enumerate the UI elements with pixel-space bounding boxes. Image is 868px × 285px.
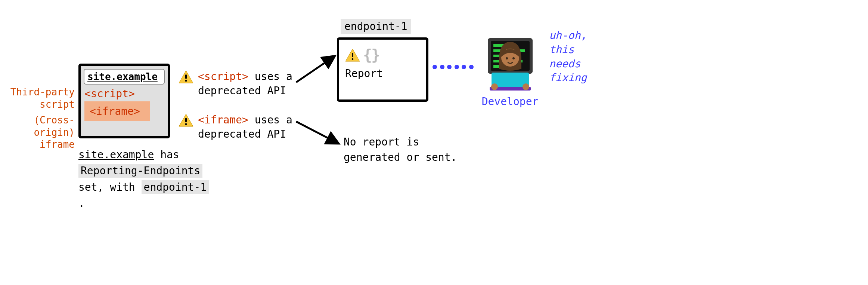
quote-line: fixing xyxy=(549,71,587,84)
endpoint-inner: {} xyxy=(345,46,420,64)
site-caption: site.example has Reporting-Endpoints set… xyxy=(78,147,220,212)
svg-point-22 xyxy=(512,57,515,59)
endpoint-label: endpoint-1 xyxy=(341,19,411,34)
svg-rect-1 xyxy=(185,74,187,79)
site-browser-window: site.example <script> <iframe> xyxy=(78,64,170,138)
svg-point-2 xyxy=(185,80,187,82)
svg-line-9 xyxy=(296,122,337,143)
script-deprecation-warning: <script> uses a deprecated API xyxy=(179,70,292,98)
warning-tail: uses a xyxy=(248,70,292,83)
warning-icon xyxy=(179,114,193,127)
developer-illustration: Developer xyxy=(477,31,543,108)
caption-site-name: site.example xyxy=(78,148,154,161)
no-report-line: No report is xyxy=(344,136,419,148)
svg-rect-11 xyxy=(352,53,353,57)
svg-line-7 xyxy=(296,57,334,82)
warning-line2: deprecated API xyxy=(198,128,286,140)
warning-line2: deprecated API xyxy=(198,85,286,97)
braces-icon: {} xyxy=(363,46,379,64)
iframe-deprecation-warning: <iframe> uses a deprecated API xyxy=(179,113,292,141)
anno-line: (Cross-origin) xyxy=(34,114,75,138)
no-report-line: generated or sent. xyxy=(344,151,457,163)
cross-origin-iframe-annotation: (Cross-origin) iframe xyxy=(0,114,75,151)
anno-line: script xyxy=(40,99,75,110)
quote-line: uh-oh, xyxy=(549,29,587,42)
developer-label: Developer xyxy=(477,95,543,108)
developer-quote: uh-oh, this needs fixing xyxy=(549,28,609,85)
warning-icon xyxy=(179,70,193,84)
caption-text: . xyxy=(78,197,85,209)
dots-connector-icon xyxy=(433,64,474,70)
report-label: Report xyxy=(345,67,420,80)
warning-tag: <iframe> xyxy=(198,114,248,126)
svg-point-21 xyxy=(506,57,508,59)
svg-point-25 xyxy=(491,83,498,90)
developer-avatar-icon xyxy=(478,81,542,93)
address-bar: site.example xyxy=(84,69,165,85)
warning-tag: <script> xyxy=(198,70,248,83)
script-tag-label: <script> xyxy=(84,88,164,100)
warning-text: <script> uses a deprecated API xyxy=(198,70,292,98)
anno-line: iframe xyxy=(40,139,75,150)
warning-tail: uses a xyxy=(248,114,292,126)
arrow-up-icon xyxy=(294,52,339,89)
third-party-script-annotation: Third-party script xyxy=(0,86,75,110)
svg-rect-4 xyxy=(185,118,187,122)
caption-header-name: Reporting-Endpoints xyxy=(78,164,202,178)
svg-point-26 xyxy=(523,83,529,90)
caption-text: set, with xyxy=(78,181,142,193)
caption-text: has xyxy=(154,148,179,161)
svg-point-5 xyxy=(185,123,187,125)
anno-line: Third-party xyxy=(10,86,75,98)
warning-icon xyxy=(345,49,360,62)
iframe-tag-label: <iframe> xyxy=(84,101,150,121)
endpoint-box: {} Report xyxy=(337,37,428,102)
quote-line: needs xyxy=(549,58,580,70)
svg-point-12 xyxy=(352,58,354,60)
quote-line: this xyxy=(549,43,574,56)
no-report-text: No report is generated or sent. xyxy=(344,135,467,165)
arrow-down-icon xyxy=(294,116,343,152)
caption-endpoint-name: endpoint-1 xyxy=(142,180,209,194)
warning-text: <iframe> uses a deprecated API xyxy=(198,113,292,141)
